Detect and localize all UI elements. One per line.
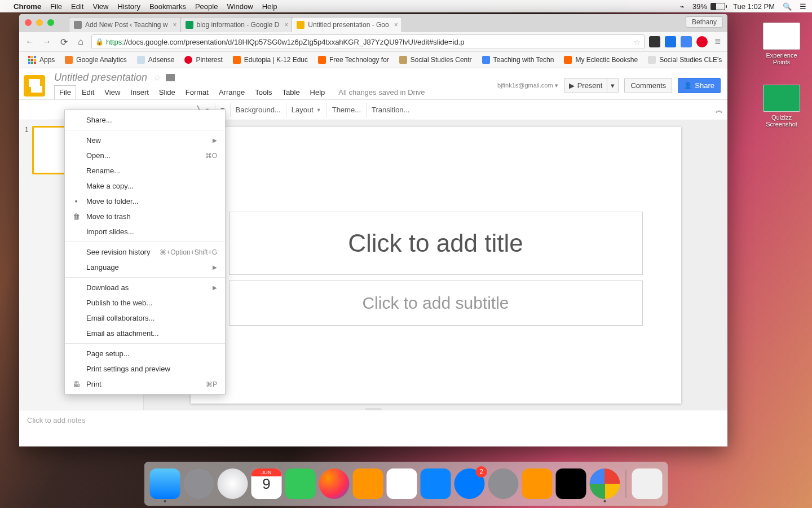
close-window-button[interactable] [25,19,32,26]
title-placeholder[interactable]: Click to add title [229,212,643,275]
menu-item-import[interactable]: Import slides... [65,224,225,239]
menu-item-language[interactable]: Language▶ [65,260,225,275]
close-tab-icon[interactable]: × [173,21,177,29]
home-button[interactable]: ⌂ [74,36,87,48]
share-button[interactable]: 👤Share [678,78,721,93]
spotlight-icon[interactable]: 🔍 [783,2,792,11]
zoom-window-button[interactable] [47,19,54,26]
desktop-file-quizizz[interactable]: Quizizz Screenshot [758,85,805,128]
clock[interactable]: Tue 1:02 PM [733,2,775,11]
close-tab-icon[interactable]: × [284,21,288,29]
bookmark-apps[interactable]: Apps [24,55,59,65]
dock-settings-icon[interactable] [488,468,519,499]
bookmark-item[interactable]: Edutopia | K-12 Educ [228,55,312,65]
close-tab-icon[interactable]: × [394,21,398,29]
menu-insert[interactable]: Insert [126,86,153,99]
people-menu-mac[interactable]: People [195,2,218,11]
slide-canvas[interactable]: Click to add title Click to add subtitle [144,120,727,410]
dock-keynote-icon[interactable] [421,468,451,499]
menu-item-publish[interactable]: Publish to the web... [65,295,225,310]
history-menu-mac[interactable]: History [117,2,140,11]
dock-safari-icon[interactable] [218,468,248,499]
app-menu[interactable]: Chrome [14,2,41,11]
menu-edit[interactable]: Edit [77,86,99,99]
star-icon[interactable]: ☆ [153,73,160,83]
menu-item-trash[interactable]: 🗑Move to trash [65,209,225,224]
reload-button[interactable]: ⟳ [58,36,70,48]
menu-arrange[interactable]: Arrange [214,86,249,99]
address-bar[interactable]: 🔒 https://docs.google.com/presentation/d… [91,34,645,49]
dock-twitter-icon[interactable] [556,468,586,499]
dock-trash-icon[interactable] [632,468,663,499]
forward-button[interactable]: → [41,36,53,48]
dock-photos-icon[interactable] [319,468,350,499]
bookmark-item[interactable]: Social Studies CLE's [643,55,726,65]
menu-item-new[interactable]: New▶ [65,133,225,148]
layout-button[interactable]: Layout▼ [286,103,327,117]
menu-item-open[interactable]: Open...⌘O [65,148,225,163]
back-button[interactable]: ← [24,36,36,48]
user-email[interactable]: bjfink1s@gmail.com ▾ [497,82,558,89]
extension-icon[interactable] [665,36,676,47]
file-menu-mac[interactable]: File [50,2,62,11]
notification-center-icon[interactable]: ☰ [800,2,806,11]
menu-item-rename[interactable]: Rename... [65,163,225,178]
chrome-profile-button[interactable]: Bethany [686,16,723,28]
menu-item-print[interactable]: 🖶Print⌘P [65,376,225,392]
desktop-file-experience-points[interactable]: Experience Points [758,23,805,65]
collapse-toolbar-icon[interactable]: ︽ [716,105,723,115]
subtitle-placeholder[interactable]: Click to add subtitle [229,281,643,326]
menu-item-copy[interactable]: Make a copy... [65,178,225,194]
menu-slide[interactable]: Slide [155,86,180,99]
dock-finder-icon[interactable] [150,468,180,499]
help-menu-mac[interactable]: Help [262,2,277,11]
slide[interactable]: Click to add title Click to add subtitle [191,127,681,404]
dock-appstore-icon[interactable]: 2 [454,468,485,499]
dock-pages-icon[interactable] [353,468,383,499]
slides-logo-icon[interactable] [24,75,45,97]
bookmark-item[interactable]: My Eclectic Bookshe [559,55,642,65]
menu-format[interactable]: Format [181,86,213,99]
theme-button[interactable]: Theme... [327,103,367,117]
menu-file[interactable]: File [54,85,76,99]
browser-tab[interactable]: blog information - Google D× [180,17,293,32]
bookmark-item[interactable]: Free Technology for [314,55,394,65]
menu-item-print-settings[interactable]: Print settings and preview [65,361,225,376]
chrome-menu-icon[interactable]: ≡ [714,36,721,48]
bookmark-item[interactable]: Adsense [133,55,179,65]
menu-item-email-collab[interactable]: Email collaborators... [65,310,225,326]
dock-calendar-icon[interactable]: JUN9 [251,468,282,499]
menu-help[interactable]: Help [306,86,330,99]
dock-facetime-icon[interactable] [285,468,316,499]
airdrop-icon[interactable]: ⌁ [680,2,685,11]
browser-tab[interactable]: Add New Post ‹ Teaching w× [69,17,181,32]
dock-launchpad-icon[interactable] [184,468,214,499]
present-dropdown[interactable]: ▾ [607,78,619,93]
bookmark-item[interactable]: Pinterest [180,55,227,65]
browser-tab-active[interactable]: Untitled presentation - Goo× [292,17,401,32]
extension-icon[interactable] [681,36,692,47]
menu-tools[interactable]: Tools [250,86,276,99]
window-menu-mac[interactable]: Window [227,2,253,11]
bookmark-item[interactable]: Google Analytics [60,55,131,65]
menu-item-share[interactable]: Share... [65,112,225,128]
dock-chrome-icon[interactable] [590,468,620,499]
dock-numbers-icon[interactable] [387,468,417,499]
bookmarks-menu-mac[interactable]: Bookmarks [149,2,186,11]
menu-item-download[interactable]: Download as▶ [65,280,225,295]
edit-menu-mac[interactable]: Edit [71,2,83,11]
menu-table[interactable]: Table [278,86,304,99]
pinterest-extension-icon[interactable] [696,36,708,47]
comments-button[interactable]: Comments [624,78,672,93]
minimize-window-button[interactable] [36,19,43,26]
menu-item-move[interactable]: ▪Move to folder... [65,194,225,209]
bookmark-item[interactable]: Social Studies Centr [395,55,476,65]
menu-item-revision[interactable]: See revision history⌘+Option+Shift+G [65,244,225,260]
menu-item-page-setup[interactable]: Page setup... [65,346,225,361]
present-button[interactable]: ▶Present [564,78,608,93]
extension-icon[interactable] [649,36,660,47]
background-button[interactable]: Background... [231,103,286,117]
folder-icon[interactable] [166,74,175,81]
battery-indicator[interactable]: 39% [692,2,725,11]
transition-button[interactable]: Transition... [367,103,414,117]
